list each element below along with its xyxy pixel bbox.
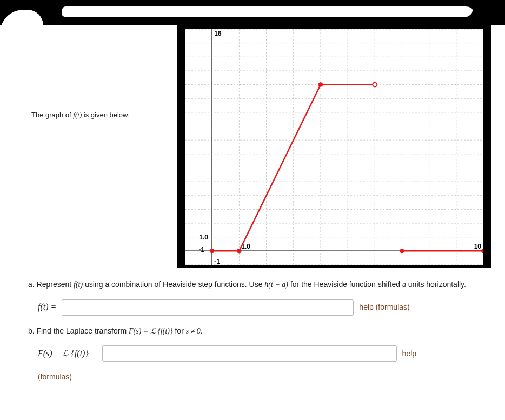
answer-input-b[interactable] bbox=[102, 345, 397, 362]
svg-text:10: 10 bbox=[474, 243, 482, 250]
qb-fn1: F(s) = ℒ {f(t)} bbox=[129, 327, 173, 335]
qa-mid1: using a combination of Heaviside step fu… bbox=[83, 280, 264, 289]
qa-fn1: f(t) bbox=[74, 281, 83, 289]
qa-var-a: a bbox=[402, 281, 406, 289]
svg-text:-1: -1 bbox=[199, 246, 205, 254]
svg-point-45 bbox=[318, 83, 323, 87]
svg-point-42 bbox=[237, 249, 241, 253]
intro-post: is given below: bbox=[82, 111, 130, 119]
formulas-link-b[interactable]: (formulas) bbox=[38, 371, 477, 383]
qa-mid2: for the Heaviside function shifted bbox=[288, 280, 402, 289]
svg-point-39 bbox=[210, 249, 214, 253]
qa-pre: a. Represent bbox=[28, 280, 74, 289]
qb-label: F(s) = ℒ {f(t)} = bbox=[38, 347, 97, 361]
intro-fn: f(t) bbox=[73, 111, 82, 119]
qb-pre: b. Find the Laplace transform bbox=[28, 326, 129, 335]
question-a: a. Represent f(t) using a combination of… bbox=[28, 279, 477, 291]
svg-text:1.0: 1.0 bbox=[199, 234, 208, 241]
help-link-b[interactable]: help bbox=[402, 348, 416, 360]
question-b: b. Find the Laplace transform F(s) = ℒ {… bbox=[28, 325, 477, 337]
header-bar bbox=[0, 0, 505, 25]
svg-point-49 bbox=[481, 249, 483, 253]
graph-svg: 161.0-1-11.010 bbox=[185, 29, 483, 265]
qb-cond: s ≠ 0 bbox=[186, 327, 201, 335]
qa-fn2: h(t − a) bbox=[264, 281, 288, 289]
qb-mid: for bbox=[173, 326, 186, 335]
qa-post: units horizontally. bbox=[406, 280, 466, 289]
svg-text:16: 16 bbox=[214, 30, 222, 37]
graph-intro: The graph of f(t) is given below: bbox=[31, 110, 177, 120]
qa-label: f(t) = bbox=[38, 301, 56, 314]
qb-post: . bbox=[201, 326, 203, 335]
help-link-a[interactable]: help (formulas) bbox=[359, 302, 409, 314]
svg-text:-1: -1 bbox=[214, 258, 220, 265]
answer-input-a[interactable] bbox=[62, 299, 354, 316]
svg-point-46 bbox=[373, 83, 377, 87]
graph-canvas: 161.0-1-11.010 bbox=[185, 29, 483, 265]
intro-pre: The graph of bbox=[31, 111, 73, 119]
svg-point-48 bbox=[400, 249, 404, 253]
graph-container: 161.0-1-11.010 bbox=[177, 25, 491, 268]
